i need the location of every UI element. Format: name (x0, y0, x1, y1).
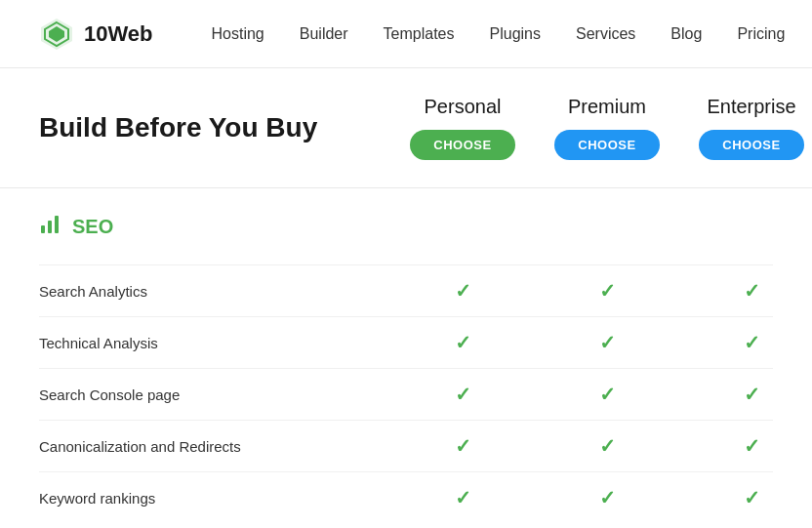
feature-label: Search Analytics (39, 283, 390, 300)
checkmark-icon: ✓ (599, 434, 616, 458)
feature-row-search-analytics: Search Analytics ✓ ✓ ✓ (39, 264, 773, 316)
check-personal: ✓ (390, 331, 535, 354)
section-header: SEO (39, 212, 773, 241)
check-premium: ✓ (535, 434, 679, 458)
feature-row-keyword-rankings: Keyword rankings ✓ ✓ ✓ (39, 471, 773, 523)
nav-links: HostingBuilderTemplatesPluginsServicesBl… (212, 25, 786, 43)
hero-title: Build Before You Buy (39, 111, 390, 144)
plan-col-premium: Premium CHOOSE (535, 96, 679, 160)
logo-text: 10Web (84, 21, 153, 47)
features-section: SEO Search Analytics ✓ ✓ ✓ Technical Ana… (0, 188, 812, 528)
section-title: SEO (72, 216, 113, 238)
check-enterprise: ✓ (679, 383, 812, 406)
check-personal: ✓ (390, 383, 535, 406)
plan-name-premium: Premium (568, 96, 646, 118)
choose-button-enterprise[interactable]: CHOOSE (699, 130, 803, 160)
checkmark-icon: ✓ (455, 279, 471, 303)
plan-name-enterprise: Enterprise (707, 96, 795, 118)
nav-item-builder: Builder (300, 25, 348, 43)
nav-link-services[interactable]: Services (576, 25, 635, 42)
svg-rect-5 (55, 216, 59, 233)
feature-row-canonicalization: Canonicalization and Redirects ✓ ✓ ✓ (39, 420, 773, 471)
nav-link-hosting[interactable]: Hosting (212, 25, 264, 42)
nav-link-blog[interactable]: Blog (670, 25, 702, 42)
checkmark-icon: ✓ (455, 486, 471, 509)
checkmark-icon: ✓ (599, 331, 616, 354)
seo-bar-chart-icon (39, 212, 62, 241)
nav-link-plugins[interactable]: Plugins (490, 25, 541, 42)
nav-item-services: Services (576, 25, 635, 43)
plan-columns: Personal CHOOSE Premium CHOOSE Enterpris… (390, 96, 812, 160)
checkmark-icon: ✓ (744, 279, 760, 303)
nav-link-templates[interactable]: Templates (384, 25, 455, 42)
checkmark-icon: ✓ (455, 383, 471, 406)
feature-row-technical-analysis: Technical Analysis ✓ ✓ ✓ (39, 316, 773, 368)
check-premium: ✓ (535, 279, 679, 303)
checkmark-icon: ✓ (744, 331, 760, 354)
navbar: 10Web HostingBuilderTemplatesPluginsServ… (0, 0, 812, 68)
plan-col-personal: Personal CHOOSE (390, 96, 535, 160)
checkmark-icon: ✓ (599, 486, 616, 509)
hero-section: Build Before You Buy Personal CHOOSE Pre… (0, 68, 812, 188)
feature-label: Search Console page (39, 386, 390, 403)
check-personal: ✓ (390, 486, 535, 509)
plan-name-personal: Personal (425, 96, 502, 118)
feature-checks: ✓ ✓ ✓ (390, 383, 812, 406)
logo-icon (39, 17, 74, 52)
nav-item-templates: Templates (384, 25, 455, 43)
check-enterprise: ✓ (679, 434, 812, 458)
nav-item-hosting: Hosting (212, 25, 264, 43)
feature-checks: ✓ ✓ ✓ (390, 486, 812, 509)
feature-label: Canonicalization and Redirects (39, 438, 390, 455)
svg-rect-3 (41, 225, 45, 233)
feature-checks: ✓ ✓ ✓ (390, 331, 812, 354)
checkmark-icon: ✓ (599, 383, 616, 406)
check-premium: ✓ (535, 383, 679, 406)
nav-item-blog: Blog (670, 25, 702, 43)
checkmark-icon: ✓ (599, 279, 616, 303)
checkmark-icon: ✓ (744, 486, 760, 509)
check-enterprise: ✓ (679, 486, 812, 509)
nav-link-pricing[interactable]: Pricing (737, 25, 785, 42)
choose-button-premium[interactable]: CHOOSE (554, 130, 659, 160)
check-premium: ✓ (535, 486, 679, 509)
nav-item-plugins: Plugins (490, 25, 541, 43)
choose-button-personal[interactable]: CHOOSE (410, 130, 514, 160)
nav-item-pricing: Pricing (737, 25, 785, 43)
check-personal: ✓ (390, 279, 535, 303)
logo[interactable]: 10Web (39, 17, 153, 52)
checkmark-icon: ✓ (744, 383, 760, 406)
check-premium: ✓ (535, 331, 679, 354)
check-enterprise: ✓ (679, 331, 812, 354)
feature-checks: ✓ ✓ ✓ (390, 434, 812, 458)
plan-col-enterprise: Enterprise CHOOSE (679, 96, 812, 160)
checkmark-icon: ✓ (455, 434, 471, 458)
feature-checks: ✓ ✓ ✓ (390, 279, 812, 303)
nav-link-builder[interactable]: Builder (300, 25, 348, 42)
checkmark-icon: ✓ (455, 331, 471, 354)
checkmark-icon: ✓ (744, 434, 760, 458)
check-personal: ✓ (390, 434, 535, 458)
svg-rect-4 (48, 221, 52, 233)
feature-row-search-console: Search Console page ✓ ✓ ✓ (39, 368, 773, 420)
feature-label: Keyword rankings (39, 490, 390, 507)
feature-label: Technical Analysis (39, 335, 390, 351)
check-enterprise: ✓ (679, 279, 812, 303)
